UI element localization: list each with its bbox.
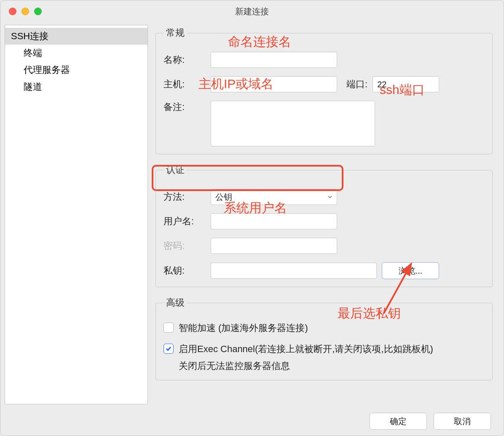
main-panel: 常规 名称: 主机: 端口: 备注: 认证 (148, 22, 504, 407)
sidebar-item-tunnel[interactable]: 隧道 (5, 78, 147, 95)
titlebar: 新建连接 (0, 0, 504, 22)
port-input[interactable] (373, 76, 439, 92)
minimize-icon[interactable] (21, 8, 29, 15)
general-group: 常规 名称: 主机: 端口: 备注: (155, 27, 493, 154)
username-input[interactable] (211, 213, 337, 229)
traffic-lights (9, 8, 42, 15)
smart-accel-label: 智能加速 (加速海外服务器连接) (179, 322, 308, 334)
username-label: 用户名: (164, 215, 206, 228)
chevron-down-icon (327, 194, 332, 199)
name-label: 名称: (164, 54, 206, 66)
notes-label: 备注: (164, 101, 206, 113)
port-label: 端口: (346, 78, 367, 91)
sidebar-item-ssh-connection[interactable]: SSH连接 (5, 28, 147, 45)
sidebar-item-label: 终端 (24, 48, 42, 58)
advanced-legend: 高级 (164, 296, 187, 309)
ok-button[interactable]: 确定 (370, 413, 427, 430)
sidebar-item-label: SSH连接 (11, 31, 48, 41)
sidebar-item-proxy[interactable]: 代理服务器 (5, 62, 147, 78)
method-label: 方法: (164, 191, 206, 203)
sidebar-item-label: 代理服务器 (24, 65, 70, 75)
maximize-icon[interactable] (34, 8, 42, 15)
host-label: 主机: (164, 78, 206, 91)
host-input[interactable] (211, 76, 337, 92)
general-legend: 常规 (164, 27, 187, 39)
method-selected-value: 公钥 (215, 191, 232, 203)
auth-group: 认证 方法: 公钥 用户名: 密码: 私钥: (155, 164, 493, 287)
cancel-button[interactable]: 取消 (434, 413, 491, 430)
exec-channel-checkbox[interactable] (164, 344, 174, 354)
privatekey-input (211, 263, 377, 279)
notes-textarea[interactable] (211, 101, 375, 146)
exec-channel-label: 启用Exec Channel(若连接上就被断开,请关闭该项,比如跳板机) (179, 343, 433, 355)
privatekey-label: 私钥: (164, 264, 206, 277)
method-select[interactable]: 公钥 (211, 189, 337, 205)
footer: 确定 取消 (0, 407, 504, 436)
sidebar-item-terminal[interactable]: 终端 (5, 45, 147, 62)
password-input (211, 238, 337, 254)
close-icon[interactable] (9, 8, 16, 15)
browse-button[interactable]: 浏览... (382, 262, 439, 279)
dialog-window: 新建连接 SSH连接 终端 代理服务器 隧道 常规 名称: 主机: 端口: (0, 0, 504, 436)
auth-legend: 认证 (164, 164, 187, 176)
sidebar-item-label: 隧道 (24, 81, 42, 92)
sidebar: SSH连接 终端 代理服务器 隧道 (5, 25, 148, 404)
smart-accel-checkbox[interactable] (164, 323, 174, 333)
exec-channel-note: 关闭后无法监控服务器信息 (179, 360, 485, 372)
password-label: 密码: (164, 240, 206, 252)
checkmark-icon (165, 345, 172, 352)
advanced-group: 高级 智能加速 (加速海外服务器连接) 启用Exec Channel(若连接上就… (155, 296, 493, 380)
name-input[interactable] (211, 52, 337, 68)
window-title: 新建连接 (0, 6, 504, 17)
